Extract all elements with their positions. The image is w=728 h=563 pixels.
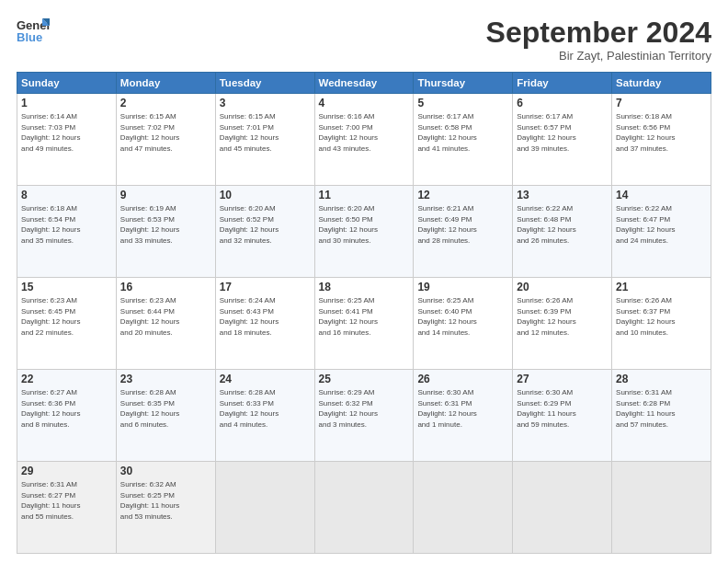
day-number: 27 bbox=[517, 373, 608, 385]
calendar-cell: 20Sunrise: 6:26 AMSunset: 6:39 PMDayligh… bbox=[513, 278, 612, 370]
calendar-cell bbox=[314, 462, 414, 554]
calendar-cell: 22Sunrise: 6:27 AMSunset: 6:36 PMDayligh… bbox=[17, 370, 117, 462]
day-number: 26 bbox=[417, 373, 508, 385]
calendar-cell bbox=[513, 462, 612, 554]
day-number: 22 bbox=[21, 373, 112, 385]
col-header-friday: Friday bbox=[513, 73, 612, 94]
day-number: 18 bbox=[319, 281, 410, 293]
calendar-cell: 10Sunrise: 6:20 AMSunset: 6:52 PMDayligh… bbox=[215, 186, 314, 278]
day-number: 5 bbox=[417, 97, 508, 109]
col-header-tuesday: Tuesday bbox=[215, 73, 314, 94]
logo-icon: General Blue bbox=[17, 17, 50, 44]
day-info: Sunrise: 6:25 AMSunset: 6:40 PMDaylight:… bbox=[417, 295, 508, 338]
day-info: Sunrise: 6:26 AMSunset: 6:39 PMDaylight:… bbox=[517, 295, 608, 338]
calendar-cell: 27Sunrise: 6:30 AMSunset: 6:29 PMDayligh… bbox=[513, 370, 612, 462]
day-info: Sunrise: 6:20 AMSunset: 6:52 PMDaylight:… bbox=[220, 203, 311, 246]
day-number: 3 bbox=[220, 97, 311, 109]
day-number: 28 bbox=[616, 373, 707, 385]
day-info: Sunrise: 6:27 AMSunset: 6:36 PMDaylight:… bbox=[21, 387, 112, 430]
calendar-cell: 25Sunrise: 6:29 AMSunset: 6:32 PMDayligh… bbox=[314, 370, 414, 462]
calendar-cell: 29Sunrise: 6:31 AMSunset: 6:27 PMDayligh… bbox=[17, 462, 117, 554]
day-info: Sunrise: 6:14 AMSunset: 7:03 PMDaylight:… bbox=[21, 111, 112, 154]
calendar-cell: 15Sunrise: 6:23 AMSunset: 6:45 PMDayligh… bbox=[17, 278, 117, 370]
calendar-cell: 13Sunrise: 6:22 AMSunset: 6:48 PMDayligh… bbox=[513, 186, 612, 278]
day-number: 7 bbox=[616, 97, 707, 109]
day-number: 21 bbox=[616, 281, 707, 293]
calendar-cell: 8Sunrise: 6:18 AMSunset: 6:54 PMDaylight… bbox=[17, 186, 117, 278]
day-info: Sunrise: 6:19 AMSunset: 6:53 PMDaylight:… bbox=[120, 203, 211, 246]
calendar-cell: 28Sunrise: 6:31 AMSunset: 6:28 PMDayligh… bbox=[612, 370, 711, 462]
day-number: 13 bbox=[517, 189, 608, 201]
day-info: Sunrise: 6:31 AMSunset: 6:28 PMDaylight:… bbox=[616, 387, 707, 430]
calendar-cell: 4Sunrise: 6:16 AMSunset: 7:00 PMDaylight… bbox=[314, 94, 414, 186]
day-number: 30 bbox=[120, 465, 211, 477]
day-number: 10 bbox=[220, 189, 311, 201]
day-number: 16 bbox=[120, 281, 211, 293]
day-info: Sunrise: 6:31 AMSunset: 6:27 PMDaylight:… bbox=[21, 479, 112, 522]
day-number: 29 bbox=[21, 465, 112, 477]
calendar-cell: 6Sunrise: 6:17 AMSunset: 6:57 PMDaylight… bbox=[513, 94, 612, 186]
day-info: Sunrise: 6:23 AMSunset: 6:44 PMDaylight:… bbox=[120, 295, 211, 338]
calendar-cell: 1Sunrise: 6:14 AMSunset: 7:03 PMDaylight… bbox=[17, 94, 117, 186]
day-info: Sunrise: 6:30 AMSunset: 6:31 PMDaylight:… bbox=[417, 387, 508, 430]
day-number: 14 bbox=[616, 189, 707, 201]
day-info: Sunrise: 6:15 AMSunset: 7:01 PMDaylight:… bbox=[220, 111, 311, 154]
calendar-cell: 19Sunrise: 6:25 AMSunset: 6:40 PMDayligh… bbox=[414, 278, 513, 370]
col-header-sunday: Sunday bbox=[17, 73, 117, 94]
day-number: 9 bbox=[120, 189, 211, 201]
calendar-cell bbox=[612, 462, 711, 554]
calendar-cell: 23Sunrise: 6:28 AMSunset: 6:35 PMDayligh… bbox=[116, 370, 215, 462]
day-info: Sunrise: 6:22 AMSunset: 6:48 PMDaylight:… bbox=[517, 203, 608, 246]
day-info: Sunrise: 6:18 AMSunset: 6:56 PMDaylight:… bbox=[616, 111, 707, 154]
day-number: 1 bbox=[21, 97, 112, 109]
day-info: Sunrise: 6:20 AMSunset: 6:50 PMDaylight:… bbox=[319, 203, 410, 246]
calendar-cell: 18Sunrise: 6:25 AMSunset: 6:41 PMDayligh… bbox=[314, 278, 414, 370]
svg-text:Blue: Blue bbox=[17, 30, 42, 44]
calendar-cell: 26Sunrise: 6:30 AMSunset: 6:31 PMDayligh… bbox=[414, 370, 513, 462]
day-number: 12 bbox=[417, 189, 508, 201]
day-info: Sunrise: 6:23 AMSunset: 6:45 PMDaylight:… bbox=[21, 295, 112, 338]
month-title: September 2024 bbox=[486, 17, 711, 49]
calendar-cell: 5Sunrise: 6:17 AMSunset: 6:58 PMDaylight… bbox=[414, 94, 513, 186]
location-subtitle: Bir Zayt, Palestinian Territory bbox=[486, 49, 711, 63]
day-info: Sunrise: 6:28 AMSunset: 6:33 PMDaylight:… bbox=[220, 387, 311, 430]
calendar-cell: 12Sunrise: 6:21 AMSunset: 6:49 PMDayligh… bbox=[414, 186, 513, 278]
calendar-cell bbox=[215, 462, 314, 554]
day-info: Sunrise: 6:24 AMSunset: 6:43 PMDaylight:… bbox=[220, 295, 311, 338]
calendar-cell: 9Sunrise: 6:19 AMSunset: 6:53 PMDaylight… bbox=[116, 186, 215, 278]
day-number: 15 bbox=[21, 281, 112, 293]
day-info: Sunrise: 6:22 AMSunset: 6:47 PMDaylight:… bbox=[616, 203, 707, 246]
calendar-cell: 11Sunrise: 6:20 AMSunset: 6:50 PMDayligh… bbox=[314, 186, 414, 278]
col-header-thursday: Thursday bbox=[414, 73, 513, 94]
page: General Blue September 2024 Bir Zayt, Pa… bbox=[0, 0, 728, 563]
day-info: Sunrise: 6:18 AMSunset: 6:54 PMDaylight:… bbox=[21, 203, 112, 246]
day-number: 6 bbox=[517, 97, 608, 109]
day-info: Sunrise: 6:15 AMSunset: 7:02 PMDaylight:… bbox=[120, 111, 211, 154]
day-number: 8 bbox=[21, 189, 112, 201]
day-number: 23 bbox=[120, 373, 211, 385]
calendar-cell bbox=[414, 462, 513, 554]
day-number: 25 bbox=[319, 373, 410, 385]
title-area: September 2024 Bir Zayt, Palestinian Ter… bbox=[486, 17, 711, 63]
day-info: Sunrise: 6:17 AMSunset: 6:57 PMDaylight:… bbox=[517, 111, 608, 154]
logo: General Blue bbox=[17, 17, 50, 44]
calendar-cell: 30Sunrise: 6:32 AMSunset: 6:25 PMDayligh… bbox=[116, 462, 215, 554]
day-number: 19 bbox=[417, 281, 508, 293]
day-info: Sunrise: 6:21 AMSunset: 6:49 PMDaylight:… bbox=[417, 203, 508, 246]
calendar-cell: 16Sunrise: 6:23 AMSunset: 6:44 PMDayligh… bbox=[116, 278, 215, 370]
day-info: Sunrise: 6:17 AMSunset: 6:58 PMDaylight:… bbox=[417, 111, 508, 154]
day-info: Sunrise: 6:30 AMSunset: 6:29 PMDaylight:… bbox=[517, 387, 608, 430]
day-number: 24 bbox=[220, 373, 311, 385]
col-header-wednesday: Wednesday bbox=[314, 73, 414, 94]
day-number: 11 bbox=[319, 189, 410, 201]
calendar-cell: 14Sunrise: 6:22 AMSunset: 6:47 PMDayligh… bbox=[612, 186, 711, 278]
calendar-cell: 3Sunrise: 6:15 AMSunset: 7:01 PMDaylight… bbox=[215, 94, 314, 186]
day-number: 2 bbox=[120, 97, 211, 109]
day-number: 17 bbox=[220, 281, 311, 293]
calendar-cell: 17Sunrise: 6:24 AMSunset: 6:43 PMDayligh… bbox=[215, 278, 314, 370]
col-header-saturday: Saturday bbox=[612, 73, 711, 94]
header: General Blue September 2024 Bir Zayt, Pa… bbox=[17, 17, 711, 63]
calendar-table: SundayMondayTuesdayWednesdayThursdayFrid… bbox=[17, 72, 711, 554]
calendar-cell: 7Sunrise: 6:18 AMSunset: 6:56 PMDaylight… bbox=[612, 94, 711, 186]
calendar-cell: 2Sunrise: 6:15 AMSunset: 7:02 PMDaylight… bbox=[116, 94, 215, 186]
